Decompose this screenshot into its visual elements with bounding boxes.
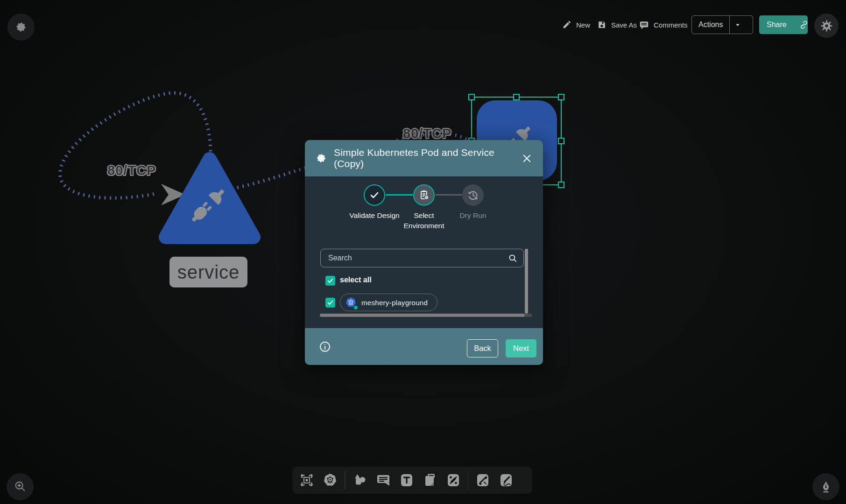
search-button[interactable] — [508, 253, 523, 263]
info-icon — [319, 341, 331, 353]
scrollbar-corner — [525, 314, 532, 317]
deploy-wizard-modal: Simple Kubernetes Pod and Service (Copy) — [305, 140, 543, 365]
service-node[interactable] — [166, 159, 254, 237]
dry-run-history-gear-icon — [467, 189, 479, 202]
zoom-in-button[interactable] — [7, 473, 34, 500]
modal-title: Simple Kubernetes Pod and Service (Copy) — [334, 147, 521, 169]
zoom-in-icon — [13, 480, 27, 494]
pen-nib-icon — [819, 480, 833, 494]
design-pen-button[interactable] — [812, 473, 839, 500]
service-node-label: service — [169, 257, 247, 287]
check-icon — [327, 299, 334, 306]
edge-loop-service[interactable] — [60, 93, 211, 198]
edge-port-label: 80/TCP — [107, 163, 156, 178]
check-icon — [327, 277, 334, 284]
step-connector-pending — [435, 194, 462, 196]
close-icon — [522, 153, 532, 164]
next-button[interactable]: Next — [506, 339, 536, 357]
step-label-dry-run: Dry Run — [447, 210, 499, 221]
info-button[interactable] — [319, 341, 331, 353]
step-dry-run[interactable] — [462, 184, 484, 206]
search-icon — [508, 253, 518, 263]
horizontal-scrollbar[interactable] — [320, 314, 525, 317]
edge-port-label: 80/TCP — [403, 126, 451, 141]
meshery-logo-icon — [315, 152, 327, 164]
step-validate-design[interactable] — [364, 184, 385, 206]
connection-status-dot — [353, 305, 358, 310]
select-all-label: select all — [340, 276, 372, 284]
settings-button[interactable] — [814, 14, 839, 38]
vertical-scrollbar[interactable] — [525, 249, 528, 314]
meshery-logo-icon — [14, 21, 28, 34]
check-icon — [368, 189, 381, 201]
back-button[interactable]: Back — [467, 339, 498, 357]
close-button[interactable] — [521, 152, 533, 164]
search-input[interactable] — [321, 249, 508, 267]
environment-name: meshery-playground — [361, 299, 428, 307]
step-label-select-environment: Select Environment — [398, 210, 450, 231]
environment-chip[interactable]: meshery-playground — [340, 294, 437, 311]
step-label-validate-design: Validate Design — [349, 210, 400, 221]
environment-search — [320, 249, 524, 267]
select-all-checkbox[interactable] — [325, 276, 335, 286]
meshery-menu-button[interactable] — [7, 14, 35, 41]
step-select-environment[interactable] — [413, 184, 435, 206]
clipboard-gear-icon — [418, 189, 430, 201]
gear-icon — [820, 20, 833, 32]
modal-header: Simple Kubernetes Pod and Service (Copy) — [305, 140, 543, 176]
environment-checkbox[interactable] — [325, 298, 335, 308]
step-connector-done — [386, 194, 413, 196]
